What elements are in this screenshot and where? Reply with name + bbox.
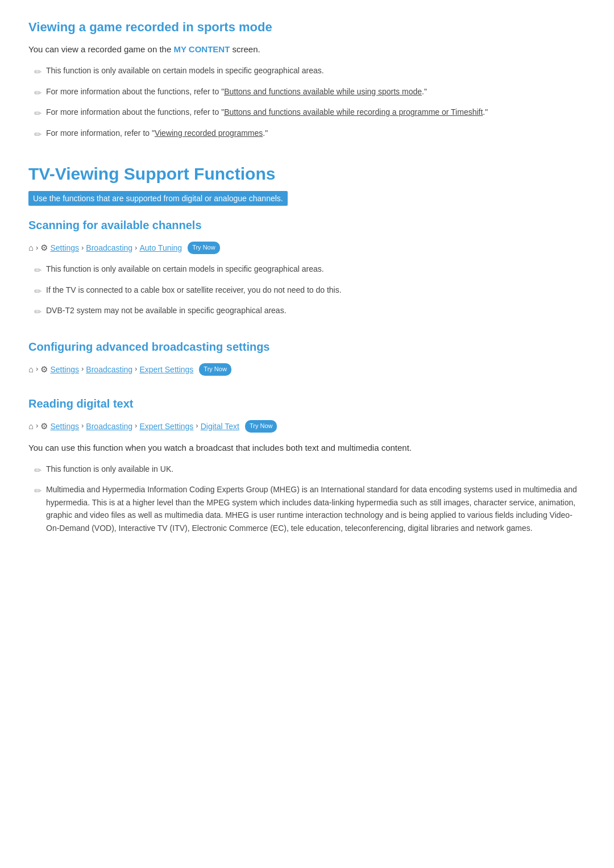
pencil-icon: ✏ bbox=[34, 484, 42, 499]
pencil-icon: ✏ bbox=[34, 463, 42, 478]
subsection-configuring: Configuring advanced broadcasting settin… bbox=[28, 338, 586, 376]
configuring-breadcrumb: ⌂ › ⚙ Settings › Broadcasting › Expert S… bbox=[28, 363, 586, 376]
bc-auto-tuning[interactable]: Auto Tuning bbox=[139, 242, 182, 254]
reading-intro: You can use this function when you watch… bbox=[28, 441, 586, 455]
reading-title: Reading digital text bbox=[28, 394, 586, 413]
bc-digital-text[interactable]: Digital Text bbox=[201, 420, 239, 433]
section1-notes: ✏ This function is only available on cer… bbox=[34, 64, 586, 142]
settings-icon: ⚙ bbox=[40, 241, 48, 255]
try-now-badge[interactable]: Try Now bbox=[245, 420, 277, 433]
settings-icon: ⚙ bbox=[40, 420, 48, 433]
note-item: ✏ If the TV is connected to a cable box … bbox=[34, 284, 586, 299]
viewing-recorded-link[interactable]: Viewing recorded programmes bbox=[155, 128, 263, 138]
chevron-icon: › bbox=[81, 242, 84, 254]
pencil-icon: ✏ bbox=[34, 86, 42, 101]
subsection-reading: Reading digital text ⌂ › ⚙ Settings › Br… bbox=[28, 394, 586, 534]
bc-broadcasting[interactable]: Broadcasting bbox=[86, 242, 132, 254]
scanning-notes: ✏ This function is only available on cer… bbox=[34, 263, 586, 319]
note-item: ✏ This function is only available in UK. bbox=[34, 463, 586, 478]
pencil-icon: ✏ bbox=[34, 127, 42, 142]
bc-settings[interactable]: Settings bbox=[50, 420, 79, 433]
section1-intro: You can view a recorded game on the MY C… bbox=[28, 43, 586, 56]
section-tv-viewing: TV-Viewing Support Functions Use the fun… bbox=[28, 160, 586, 534]
pencil-icon: ✏ bbox=[34, 284, 42, 299]
try-now-badge[interactable]: Try Now bbox=[199, 363, 231, 376]
chevron-icon: › bbox=[81, 363, 84, 375]
pencil-icon: ✏ bbox=[34, 305, 42, 319]
chevron-icon: › bbox=[135, 363, 137, 375]
home-icon: ⌂ bbox=[28, 241, 34, 255]
note-item: ✏ This function is only available on cer… bbox=[34, 263, 586, 278]
note-item: ✏ For more information, refer to "Viewin… bbox=[34, 127, 586, 142]
note-item: ✏ This function is only available on cer… bbox=[34, 64, 586, 80]
scanning-title: Scanning for available channels bbox=[28, 216, 586, 234]
chevron-icon: › bbox=[81, 420, 84, 432]
pencil-icon: ✏ bbox=[34, 263, 42, 278]
my-content-link[interactable]: MY CONTENT bbox=[173, 44, 230, 54]
bc-broadcasting[interactable]: Broadcasting bbox=[86, 363, 132, 376]
try-now-badge[interactable]: Try Now bbox=[188, 242, 220, 254]
chevron-icon: › bbox=[36, 363, 38, 375]
note-item: ✏ For more information about the functio… bbox=[34, 85, 586, 101]
pencil-icon: ✏ bbox=[34, 65, 42, 80]
bc-broadcasting[interactable]: Broadcasting bbox=[86, 420, 132, 433]
subsection-scanning: Scanning for available channels ⌂ › ⚙ Se… bbox=[28, 216, 586, 319]
home-icon: ⌂ bbox=[28, 363, 34, 376]
bc-expert-settings[interactable]: Expert Settings bbox=[139, 420, 193, 433]
scanning-breadcrumb: ⌂ › ⚙ Settings › Broadcasting › Auto Tun… bbox=[28, 241, 586, 255]
chevron-icon: › bbox=[36, 242, 38, 254]
chevron-icon: › bbox=[135, 420, 137, 432]
section2-title: TV-Viewing Support Functions bbox=[28, 160, 586, 188]
section2-subtitle: Use the functions that are supported fro… bbox=[28, 191, 288, 206]
bc-settings[interactable]: Settings bbox=[50, 242, 79, 254]
chevron-icon: › bbox=[196, 420, 198, 432]
reading-breadcrumb: ⌂ › ⚙ Settings › Broadcasting › Expert S… bbox=[28, 420, 586, 433]
pencil-icon: ✏ bbox=[34, 106, 42, 121]
sports-mode-link[interactable]: Buttons and functions available while us… bbox=[224, 87, 422, 96]
chevron-icon: › bbox=[36, 420, 38, 432]
bc-expert-settings[interactable]: Expert Settings bbox=[139, 363, 193, 376]
home-icon: ⌂ bbox=[28, 420, 34, 433]
section-viewing-game: Viewing a game recorded in sports mode Y… bbox=[28, 17, 586, 142]
configuring-title: Configuring advanced broadcasting settin… bbox=[28, 338, 586, 356]
chevron-icon: › bbox=[135, 242, 137, 254]
recording-link[interactable]: Buttons and functions available while re… bbox=[224, 107, 483, 117]
reading-notes: ✏ This function is only available in UK.… bbox=[34, 463, 586, 534]
section1-title: Viewing a game recorded in sports mode bbox=[28, 17, 586, 37]
bc-settings[interactable]: Settings bbox=[50, 363, 79, 376]
note-item: ✏ DVB-T2 system may not be available in … bbox=[34, 304, 586, 319]
settings-icon: ⚙ bbox=[40, 363, 48, 376]
note-item: ✏ For more information about the functio… bbox=[34, 106, 586, 121]
note-item: ✏ Multimedia and Hypermedia Information … bbox=[34, 483, 586, 534]
